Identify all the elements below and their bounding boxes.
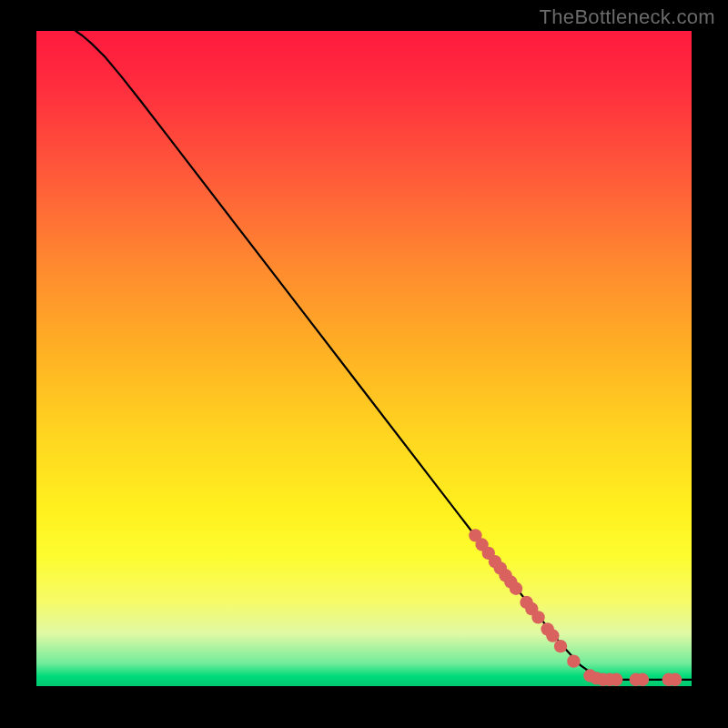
watermark-text: TheBottleneck.com — [540, 5, 715, 29]
data-point — [669, 673, 682, 686]
data-point — [567, 654, 580, 667]
plot-area — [36, 31, 692, 686]
curve-layer — [36, 31, 692, 686]
chart-frame: TheBottleneck.com — [0, 0, 728, 728]
bottleneck-curve — [76, 31, 692, 680]
data-point — [554, 640, 567, 652]
data-point — [510, 582, 522, 595]
data-point — [546, 629, 559, 642]
data-point — [531, 611, 544, 623]
marker-group — [469, 529, 682, 686]
data-point — [636, 673, 649, 686]
data-point — [610, 673, 622, 686]
